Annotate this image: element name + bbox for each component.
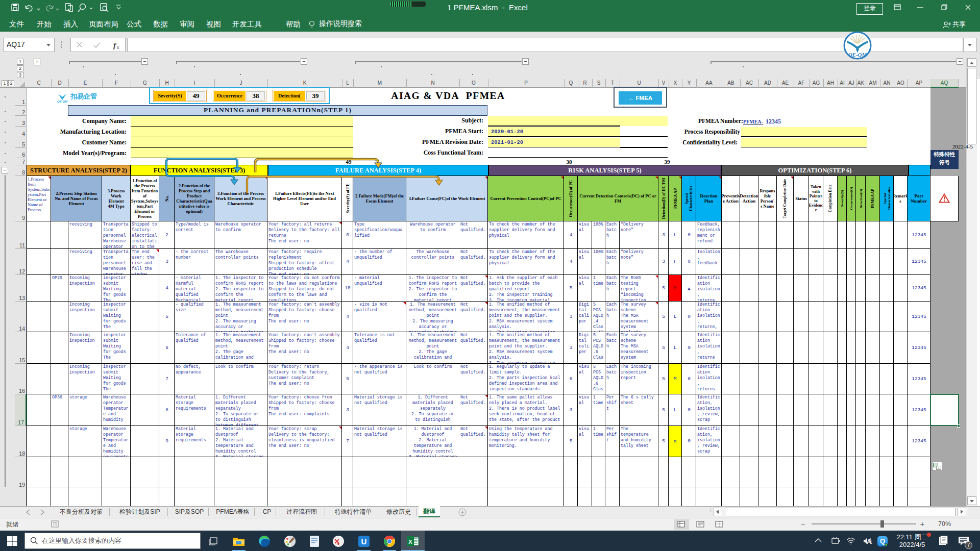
svg-text:A: A bbox=[867, 537, 872, 545]
svg-text:X: X bbox=[408, 539, 412, 545]
svg-text:U: U bbox=[361, 537, 367, 546]
svg-text:QE-QM: QE-QM bbox=[848, 52, 868, 58]
